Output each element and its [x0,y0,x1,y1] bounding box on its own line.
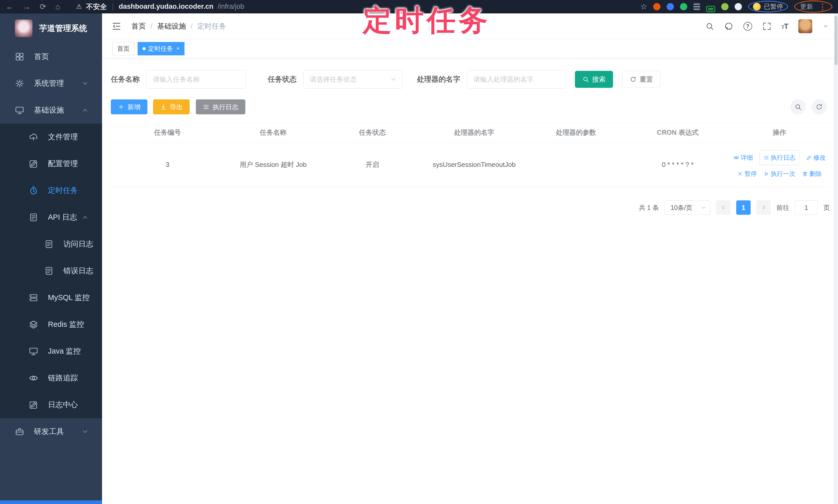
execution-log-button-label: 执行日志 [213,103,238,111]
run-once-link[interactable]: 执行一次 [764,169,796,179]
scrollbar-thumb[interactable] [835,16,837,65]
sidebar-item-infrastructure[interactable]: 基础设施 [0,97,102,124]
job-status-select[interactable]: 请选择任务状态 [303,70,402,89]
gear-icon [15,79,24,88]
help-icon[interactable]: ? [744,22,752,31]
prev-page-button[interactable] [716,200,731,215]
browser-actions: ☆ on 已暂停 更新 ⋮ [640,1,832,13]
sidebar-item-scheduled-jobs[interactable]: 定时任务 [0,177,102,204]
avatar-caret-down-icon[interactable] [823,23,829,29]
clock-icon [29,186,38,195]
chevron-up-icon [82,107,89,114]
monitor-icon [29,347,38,356]
sidebar-item-tracing[interactable]: 链路追踪 [0,365,102,392]
sidebar-item-api-logs[interactable]: API 日志 [0,204,102,231]
edit-link-label: 修改 [813,152,826,163]
back-icon[interactable]: ← [6,3,13,11]
font-size-big: T [784,22,788,30]
sidebar-item-label: Java 监控 [48,346,81,356]
add-button[interactable]: 新增 [111,100,147,114]
detail-link[interactable]: 详细 [733,152,753,163]
list-icon [764,155,769,160]
execution-log-button[interactable]: 执行日志 [196,100,245,114]
tag-home[interactable]: 首页 [112,42,135,55]
monitor-icon [15,106,24,115]
sidebar-item-redis-monitor[interactable]: Redis 监控 [0,311,102,338]
github-icon[interactable] [724,22,733,31]
export-button-label: 导出 [170,103,183,111]
extension-icon[interactable] [680,3,687,10]
address-divider [112,3,113,10]
reset-button[interactable]: 重置 [622,71,661,88]
filter-form: 任务名称 任务状态 请选择任务状态 处理器的名字 搜索 [111,70,830,89]
tag-scheduled-jobs[interactable]: 定时任务 × [138,42,185,55]
app-title: 芋道管理系统 [39,23,87,34]
breadcrumb-home[interactable]: 首页 [132,21,146,31]
sidebar-item-error-logs[interactable]: 错误日志 [0,257,102,284]
sidebar-item-label: MySQL 监控 [48,292,90,303]
page-size-select[interactable]: 10条/页 [665,200,711,215]
goto-page-input[interactable] [795,200,818,215]
next-page-button[interactable] [756,200,771,215]
sidebar-item-java-monitor[interactable]: Java 监控 [0,338,102,365]
sidebar-item-config-mgmt[interactable]: 配置管理 [0,150,102,177]
handler-name-text: sysUserSessionTimeoutJob [429,159,519,170]
extension-grid-icon[interactable] [694,3,700,10]
leaf-extension-icon[interactable] [721,3,729,10]
chevron-down-icon [390,76,397,83]
navbar-actions: ? TT [705,19,829,33]
sidebar-item-file-mgmt[interactable]: 文件管理 [0,124,102,150]
jobs-table: 任务编号 任务名称 任务状态 处理器的名字 处理器的参数 CRON 表达式 操作… [111,123,830,187]
delete-link-label: 删除 [809,169,822,179]
pause-link[interactable]: 暂停 [737,169,757,179]
puzzle-extension-icon[interactable] [735,3,742,10]
tag-close-icon[interactable]: × [176,46,180,52]
delete-link[interactable]: 删除 [802,169,822,179]
fullscreen-icon[interactable] [763,22,771,31]
sidebar-item-log-center[interactable]: 日志中心 [0,392,102,418]
layers-icon [29,320,38,329]
breadcrumb-current: 定时任务 [197,21,226,31]
page-scrollbar[interactable] [834,13,838,504]
refresh-table-button[interactable] [812,100,827,114]
update-chip[interactable]: 更新 ⋮ [794,1,832,13]
table-row: 3 用户 Session 超时 Job 开启 sysUserSessionTim… [111,142,830,187]
handler-name-input[interactable] [467,70,566,89]
sidebar-item-mysql-monitor[interactable]: MySQL 监控 [0,284,102,311]
export-button[interactable]: 导出 [153,100,190,114]
bookmark-star-icon[interactable]: ☆ [640,2,647,11]
font-size-icon[interactable]: TT [782,22,788,31]
profile-chip[interactable]: 已暂停 [748,1,788,12]
show-search-toggle-button[interactable] [790,100,805,114]
extension-icon[interactable] [653,3,661,10]
sidebar-item-label: 定时任务 [48,185,78,196]
search-button-label: 搜索 [592,75,606,84]
extension-icon[interactable] [667,3,674,10]
sidebar-item-home[interactable]: 首页 [0,43,102,70]
home-icon[interactable]: ⌂ [55,3,60,11]
chevron-left-icon [720,204,727,211]
page-unit-label: 页 [823,203,830,212]
kebab-menu-icon[interactable]: ⋮ [819,2,826,11]
job-name-input[interactable] [146,70,246,89]
sidebar-item-access-logs[interactable]: 访问日志 [0,231,102,257]
breadcrumb-infrastructure[interactable]: 基础设施 [157,21,186,31]
reload-icon[interactable]: ⟳ [40,3,46,11]
document-icon [29,213,38,222]
address-bar[interactable]: ⚠ 不安全 dashboard.yudao.iocoder.cn/infra/j… [76,2,244,11]
sidebar-fold-icon[interactable] [111,21,122,32]
current-page-button[interactable]: 1 [736,200,751,215]
row-execution-log-link[interactable]: 执行日志 [760,150,799,165]
edit-link[interactable]: 修改 [806,152,826,163]
user-avatar[interactable] [798,19,812,33]
sidebar-item-system-mgmt[interactable]: 系统管理 [0,70,102,97]
forward-icon[interactable]: → [23,3,30,11]
search-button[interactable]: 搜索 [575,71,613,88]
sidebar-item-dev-tools[interactable]: 研发工具 [0,418,102,445]
col-job-name: 任务名称 [224,123,322,142]
on-badge-extension-icon[interactable]: on [706,6,715,12]
search-icon[interactable] [705,22,714,31]
cell-job-name: 用户 Session 超时 Job [224,142,322,187]
sidebar-item-label: 配置管理 [48,159,78,169]
reset-button-label: 重置 [640,75,653,84]
